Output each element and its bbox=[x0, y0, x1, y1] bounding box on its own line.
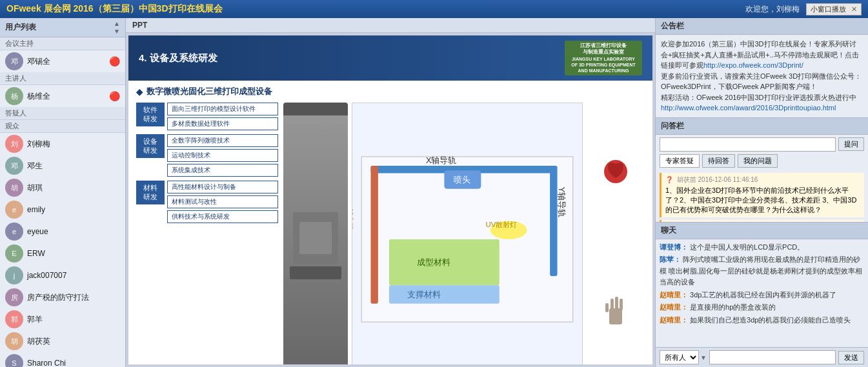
site-logo: OFweek 展会网 2016（第三届）中国3D打印在线展会 bbox=[6, 3, 745, 15]
msg-author: 谭登博： bbox=[660, 243, 688, 251]
svg-text:X轴导轨: X轴导轨 bbox=[426, 155, 457, 165]
chat-message-3: 赵晴里： 3dp工艺的机器我已经在国内看到并源的机器了 bbox=[660, 290, 864, 301]
role-speaker: 主讲人 bbox=[0, 72, 125, 85]
chat-messages: 谭登博： 这个是中国人发明的LCD显示PCD。 陈苹： 阵列式喷嘴工业级的将用现… bbox=[656, 239, 868, 348]
username: 胡琪 bbox=[27, 183, 120, 193]
research-item: 系统集成技术 bbox=[167, 164, 278, 177]
user-huqi[interactable]: 胡 胡琪 bbox=[0, 177, 125, 199]
small-window-label: 小窗口播放 bbox=[811, 5, 846, 14]
svg-rect-19 bbox=[620, 299, 623, 310]
slide-diagrams: X轴导轨 Y轴导轨 喷头 U bbox=[283, 103, 645, 364]
username: 刘柳梅 bbox=[27, 139, 120, 150]
lab-name: 江苏省三维打印设备与制造重点实验室 JIANGSU KEY LABORATORY… bbox=[569, 43, 638, 74]
scroll-down-btn[interactable]: ▼ bbox=[114, 28, 120, 35]
svg-text:喷头: 喷头 bbox=[454, 175, 470, 184]
slide-subtitle: 数字微喷光固化三维打印成型设备 bbox=[136, 86, 645, 97]
close-icon[interactable]: ✕ bbox=[851, 5, 857, 14]
qa-questions: ❓ 胡茯苗 2016-12-06 11:46:16 1、国外企业在3D打印各环节… bbox=[656, 170, 868, 222]
qa-question-2: ❓ 欧阳风宇 2016-12-07 13:18:28 bbox=[660, 220, 864, 222]
qa-input[interactable] bbox=[660, 137, 836, 152]
announcement-content: 欢迎参加2016（第三届）中国3D打印在线展会！专家系列研讨会+疯狂抽奖+真人直… bbox=[656, 35, 868, 117]
qa-tab-expert[interactable]: 专家答疑 bbox=[660, 154, 700, 168]
research-item: 高性能材料设计与制备 bbox=[167, 181, 278, 193]
msg-text: 3dp工艺的机器我已经在国内看到并源的机器了 bbox=[690, 291, 836, 299]
qa-question-1: ❓ 胡茯苗 2016-12-06 11:46:16 1、国外企业在3D打印各环节… bbox=[660, 173, 864, 217]
qa-tab-mine[interactable]: 我的问题 bbox=[738, 154, 778, 168]
username: jack007007 bbox=[27, 271, 120, 280]
user-liuliumei[interactable]: 刘 刘柳梅 bbox=[0, 133, 125, 155]
user-eyeue[interactable]: e eyeue bbox=[0, 221, 125, 243]
avatar: 郭 bbox=[5, 310, 23, 328]
announcement-link1[interactable]: http://expo.ofweek.com/3Dprint/ bbox=[703, 61, 803, 69]
user-sharon[interactable]: S Sharon Chi bbox=[0, 352, 125, 367]
username: 邓锡全 bbox=[27, 56, 105, 67]
username: Sharon Chi bbox=[27, 359, 120, 367]
machine-image bbox=[283, 103, 348, 364]
chat-target-select[interactable]: 所有人 bbox=[660, 350, 699, 364]
svg-text:Y轴导轨: Y轴导轨 bbox=[557, 187, 567, 218]
svg-rect-17 bbox=[611, 299, 614, 310]
diagram-svg: X轴导轨 Y轴导轨 喷头 U bbox=[352, 103, 582, 364]
sidebar: 用户列表 ▲ ▼ 会议主持 邓 邓锡全 🔴 主讲人 杨 杨维全 🔴 答疑人 观众… bbox=[0, 18, 126, 367]
svg-rect-18 bbox=[615, 297, 618, 310]
user-emily[interactable]: e emily bbox=[0, 199, 125, 221]
user-dengxiquan[interactable]: 邓 邓锡全 🔴 bbox=[0, 50, 125, 72]
qa-title: 问答栏 bbox=[656, 118, 868, 135]
msg-author: 赵晴里： bbox=[660, 303, 688, 311]
announcement-panel: 公告栏 欢迎参加2016（第三届）中国3D打印在线展会！专家系列研讨会+疯狂抽奖… bbox=[656, 18, 868, 118]
msg-author: 赵晴里： bbox=[660, 316, 688, 324]
right-panel: 公告栏 欢迎参加2016（第三届）中国3D打印在线展会！专家系列研讨会+疯狂抽奖… bbox=[655, 18, 868, 367]
qa-input-row: 提问 bbox=[656, 135, 868, 154]
research-item: 面向三维打印的模型设计软件 bbox=[167, 103, 278, 115]
sample-images bbox=[587, 103, 645, 364]
hand-svg bbox=[593, 289, 638, 328]
small-window-button[interactable]: 小窗口播放 ✕ bbox=[806, 3, 862, 15]
user-erw[interactable]: E ERW bbox=[0, 243, 125, 264]
avatar: E bbox=[5, 244, 23, 263]
chat-send-button[interactable]: 发送 bbox=[838, 351, 864, 364]
user-yangweiquan[interactable]: 杨 杨维全 🔴 bbox=[0, 85, 125, 107]
research-software: 软件研发 面向三维打印的模型设计软件 多材质数据处理软件 bbox=[136, 103, 278, 130]
announcement-link2[interactable]: http://www.ofweek.com/award/2016/3Dprint… bbox=[661, 104, 836, 112]
qa-tab-pending[interactable]: 待回答 bbox=[702, 154, 735, 168]
avatar: 刘 bbox=[5, 135, 23, 153]
msg-text: 如果我们自己想造3dp的机器我们必须能自己造喷头 bbox=[690, 316, 851, 324]
user-deng[interactable]: 邓 邓生 bbox=[0, 155, 125, 177]
qa-tabs: 专家答疑 待回答 我的问题 bbox=[656, 154, 868, 170]
qa-submit-button[interactable]: 提问 bbox=[838, 137, 864, 151]
username: eyeue bbox=[27, 227, 120, 236]
username: 杨维全 bbox=[27, 91, 105, 102]
svg-rect-16 bbox=[609, 308, 622, 324]
chat-message-4: 赵晴里： 是直接用的hp的墨盒改装的 bbox=[660, 302, 864, 313]
user-guoyang[interactable]: 郭 郭羊 bbox=[0, 308, 125, 330]
user-jack[interactable]: j jack007007 bbox=[0, 264, 125, 286]
user-fangchan[interactable]: 房 房产税的防守打法 bbox=[0, 286, 125, 308]
chat-message-2: 陈苹： 阵列式喷嘴工业级的将用现在最成熟的是打印精造用的砂模 喷出树脂,固化每一… bbox=[660, 254, 864, 288]
research-item: 全数字阵列微喷技术 bbox=[167, 134, 278, 147]
research-material: 材料研发 高性能材料设计与制备 材料测试与改性 供料技术与系统研发 bbox=[136, 181, 278, 223]
user-huying[interactable]: 胡 胡茯英 bbox=[0, 330, 125, 352]
research-items-software: 面向三维打印的模型设计软件 多材质数据处理软件 bbox=[167, 103, 278, 130]
logo-text: OFweek 展会网 2016（第三届）中国3D打印在线展会 bbox=[6, 3, 223, 14]
scroll-up-btn[interactable]: ▲ bbox=[114, 20, 120, 27]
msg-text: 是直接用的hp的墨盒改装的 bbox=[690, 303, 776, 311]
research-label-equipment: 设备研发 bbox=[136, 134, 165, 158]
research-item: 材料测试与改性 bbox=[167, 195, 278, 208]
chat-input[interactable] bbox=[709, 350, 836, 364]
q-meta-1: ❓ 胡茯苗 2016-12-06 11:46:16 bbox=[665, 175, 860, 184]
q-icon: ❓ bbox=[665, 176, 673, 183]
qa-panel: 问答栏 提问 专家答疑 待回答 我的问题 ❓ 胡茯苗 2016-12-06 11… bbox=[656, 118, 868, 223]
research-item: 运动控制技术 bbox=[167, 149, 278, 162]
role-answerer: 答疑人 bbox=[0, 107, 125, 120]
svg-text:Z轴导轨: Z轴导轨 bbox=[352, 209, 354, 235]
avatar: 杨 bbox=[5, 87, 23, 105]
svg-rect-11 bbox=[389, 285, 500, 303]
ppt-title-bar: PPT bbox=[126, 18, 655, 33]
ppt-label: PPT bbox=[132, 21, 147, 30]
svg-rect-3 bbox=[550, 166, 557, 276]
ppt-slide: 4. 设备及系统研发 江苏省三维打印设备与制造重点实验室 JIANGSU KEY… bbox=[128, 35, 652, 364]
research-equipment: 设备研发 全数字阵列微喷技术 运动控制技术 系统集成技术 bbox=[136, 134, 278, 177]
lab-logo: 江苏省三维打印设备与制造重点实验室 JIANGSU KEY LABORATORY… bbox=[565, 41, 642, 75]
3d-diagram: X轴导轨 Y轴导轨 喷头 U bbox=[352, 103, 583, 364]
username: ERW bbox=[27, 249, 120, 258]
